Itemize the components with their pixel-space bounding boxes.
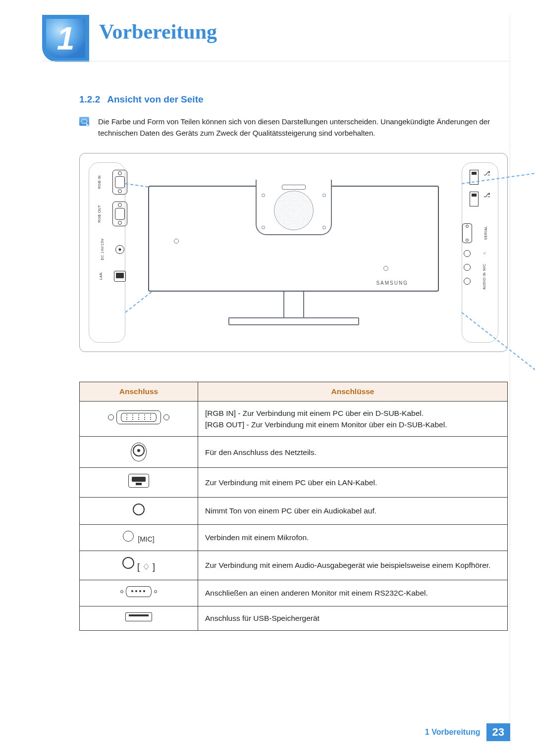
headphone-icon: [ ♢ ] xyxy=(137,562,155,572)
mic-label: [MIC] xyxy=(138,535,154,543)
usb-port-icon xyxy=(470,192,479,206)
usb-icon xyxy=(125,612,152,621)
rgb-in-port-icon xyxy=(112,170,127,195)
table-row: [ ♢ ] Zur Verbindung mit einem Audio-Aus… xyxy=(80,551,508,580)
left-port-panel: RGB IN RGB OUT DC 14V/15V LAN xyxy=(89,162,125,343)
table-row: Anschluss für USB-Speichergerät xyxy=(80,606,508,630)
cell-desc: Zur Verbindung mit einem Audio-Ausgabege… xyxy=(198,551,508,580)
headphone-ring-icon xyxy=(122,557,134,569)
chapter-number: 1 xyxy=(57,20,75,57)
label-audio-in: AUDIO IN xyxy=(482,269,486,294)
cell-desc: [RGB IN] - Zur Verbindung mit einem PC ü… xyxy=(198,401,508,437)
table-row: Für den Anschluss des Netzteils. xyxy=(80,437,508,468)
label-rgb-in: RGB IN xyxy=(98,170,101,195)
th-port: Anschluss xyxy=(80,382,198,401)
usb-icon: ⎇ xyxy=(483,192,490,206)
table-row: Zur Verbindung mit einem PC über ein LAN… xyxy=(80,468,508,497)
mic-icon xyxy=(123,531,134,542)
audio-in-icon xyxy=(133,504,145,515)
note-block: Die Farbe und Form von Teilen können sic… xyxy=(79,116,508,139)
table-row: [RGB IN] - Zur Verbindung mit einem PC ü… xyxy=(80,401,508,437)
right-port-panel: ⎇ ⎇ SERIAL ♫ MIC AUDIO IN xyxy=(462,162,498,343)
label-lan: LAN xyxy=(99,264,103,289)
dc-icon xyxy=(131,443,147,461)
brand-label: SAMSUNG xyxy=(376,280,408,286)
audio-in-port-icon xyxy=(464,278,471,285)
section-number: 1.2.2 xyxy=(79,94,100,104)
table-row: Anschließen an einen anderen Monitor mit… xyxy=(80,580,508,606)
cell-desc: Verbinden mit einem Mikrofon. xyxy=(198,524,508,551)
cell-desc: Anschließen an einen anderen Monitor mit… xyxy=(198,580,508,606)
monitor-rear-illustration: SAMSUNG xyxy=(149,186,438,342)
serial-icon xyxy=(126,586,152,597)
lan-icon xyxy=(128,474,149,488)
ports-figure: RGB IN RGB OUT DC 14V/15V LAN ⎇ ⎇ SERIAL xyxy=(79,153,508,352)
note-icon xyxy=(79,117,89,126)
section-heading: 1.2.2Ansicht von der Seite xyxy=(79,94,508,105)
headphone-port-icon xyxy=(464,250,471,257)
mic-port-icon xyxy=(464,264,471,271)
cell-desc: Für den Anschluss des Netzteils. xyxy=(198,437,508,468)
label-dc: DC 14V/15V xyxy=(101,237,104,262)
cell-desc: Nimmt Ton von einem PC über ein Audiokab… xyxy=(198,497,508,524)
footer-page-number: 23 xyxy=(486,723,510,741)
ports-table: Anschluss Anschlüsse [RGB IN] - Zur Verb… xyxy=(79,382,508,631)
dsub-icon xyxy=(116,410,161,424)
label-rgb-out: RGB OUT xyxy=(98,202,101,226)
usb-icon: ⎇ xyxy=(483,170,490,185)
serial-port-icon xyxy=(462,223,472,243)
rgb-out-port-icon xyxy=(112,202,127,226)
dc-port-icon xyxy=(115,245,124,254)
th-ports: Anschlüsse xyxy=(198,382,508,401)
table-row: Nimmt Ton von einem PC über ein Audiokab… xyxy=(80,497,508,524)
cell-desc: Anschluss für USB-Speichergerät xyxy=(198,606,508,630)
lan-port-icon xyxy=(114,271,126,282)
chapter-tab: 1 xyxy=(42,15,89,62)
note-text: Die Farbe und Form von Teilen können sic… xyxy=(98,116,508,139)
chapter-title: Vorbereitung xyxy=(99,20,217,44)
page-footer: 1 Vorbereitung 23 xyxy=(0,723,510,741)
section-title: Ansicht von der Seite xyxy=(107,94,203,104)
table-row: [MIC] Verbinden mit einem Mikrofon. xyxy=(80,524,508,551)
footer-chapter-label: 1 Vorbereitung xyxy=(425,723,486,741)
cell-desc: Zur Verbindung mit einem PC über ein LAN… xyxy=(198,468,508,497)
